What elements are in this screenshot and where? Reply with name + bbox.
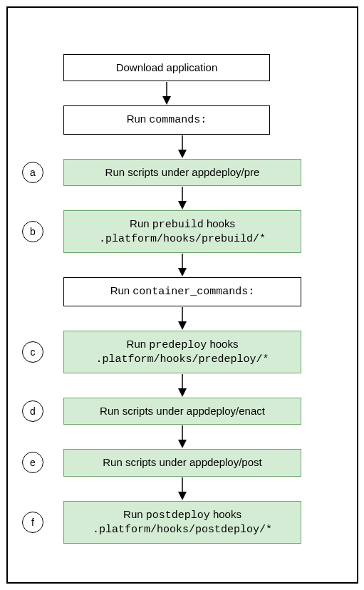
flow-step: eRun scripts under appdeploy/post bbox=[8, 449, 301, 476]
svg-marker-9 bbox=[178, 321, 187, 330]
svg-marker-13 bbox=[178, 440, 187, 448]
step-text: Run scripts under appdeploy/post bbox=[71, 455, 293, 470]
arrow-down-icon bbox=[8, 425, 301, 449]
arrow-down-icon bbox=[8, 186, 301, 210]
svg-marker-5 bbox=[178, 201, 187, 209]
step-box: Run scripts under appdeploy/enact bbox=[63, 398, 301, 425]
arrow-down-icon bbox=[8, 373, 301, 398]
step-text: Run scripts under appdeploy/enact bbox=[71, 404, 293, 418]
step-text: Run predeploy hooks bbox=[71, 337, 293, 353]
step-box: Run prebuild hooks.platform/hooks/prebui… bbox=[63, 210, 301, 254]
step-text: Run postdeploy hooks bbox=[71, 507, 293, 523]
step-marker: d bbox=[22, 400, 43, 422]
arrow-down-icon bbox=[8, 306, 301, 331]
flow-step: aRun scripts under appdeploy/pre bbox=[8, 159, 301, 186]
flow-step: dRun scripts under appdeploy/enact bbox=[8, 398, 301, 425]
step-marker: c bbox=[22, 341, 43, 363]
svg-marker-1 bbox=[162, 96, 171, 105]
svg-marker-11 bbox=[178, 388, 187, 397]
flow-step: Download application bbox=[8, 54, 270, 81]
step-path: .platform/hooks/postdeploy/* bbox=[71, 523, 293, 537]
step-box: Run commands: bbox=[63, 105, 270, 134]
step-path: .platform/hooks/predeploy/* bbox=[71, 353, 293, 367]
flow-step: Run container_commands: bbox=[8, 277, 301, 306]
step-text: Download application bbox=[71, 61, 262, 75]
step-text: Run commands: bbox=[71, 112, 262, 128]
step-box: Run scripts under appdeploy/pre bbox=[63, 159, 301, 186]
step-box: Run predeploy hooks.platform/hooks/prede… bbox=[63, 331, 301, 374]
svg-marker-3 bbox=[178, 150, 187, 158]
step-box: Run scripts under appdeploy/post bbox=[63, 449, 301, 476]
step-marker: e bbox=[22, 452, 43, 473]
step-marker: f bbox=[22, 512, 43, 533]
flow-step: bRun prebuild hooks.platform/hooks/prebu… bbox=[8, 210, 301, 254]
svg-marker-15 bbox=[178, 492, 187, 500]
step-marker: b bbox=[22, 221, 43, 242]
step-text: Run container_commands: bbox=[71, 284, 293, 299]
arrow-down-icon bbox=[8, 81, 270, 105]
diagram-frame: Download applicationRun commands:aRun sc… bbox=[6, 6, 358, 584]
svg-marker-7 bbox=[178, 268, 187, 276]
arrow-down-icon bbox=[8, 135, 301, 159]
step-box: Run container_commands: bbox=[63, 277, 301, 306]
arrow-down-icon bbox=[8, 477, 301, 501]
flow-step: cRun predeploy hooks.platform/hooks/pred… bbox=[8, 331, 301, 374]
step-box: Download application bbox=[63, 54, 270, 81]
step-text: Run prebuild hooks bbox=[71, 217, 293, 232]
flow-step: Run commands: bbox=[8, 105, 270, 134]
step-path: .platform/hooks/prebuild/* bbox=[71, 232, 293, 247]
step-box: Run postdeploy hooks.platform/hooks/post… bbox=[63, 501, 301, 544]
step-text: Run scripts under appdeploy/pre bbox=[71, 165, 293, 180]
flow-column: Download applicationRun commands:aRun sc… bbox=[8, 54, 357, 544]
flow-step: fRun postdeploy hooks.platform/hooks/pos… bbox=[8, 501, 301, 544]
arrow-down-icon bbox=[8, 253, 301, 277]
step-marker: a bbox=[22, 162, 43, 183]
